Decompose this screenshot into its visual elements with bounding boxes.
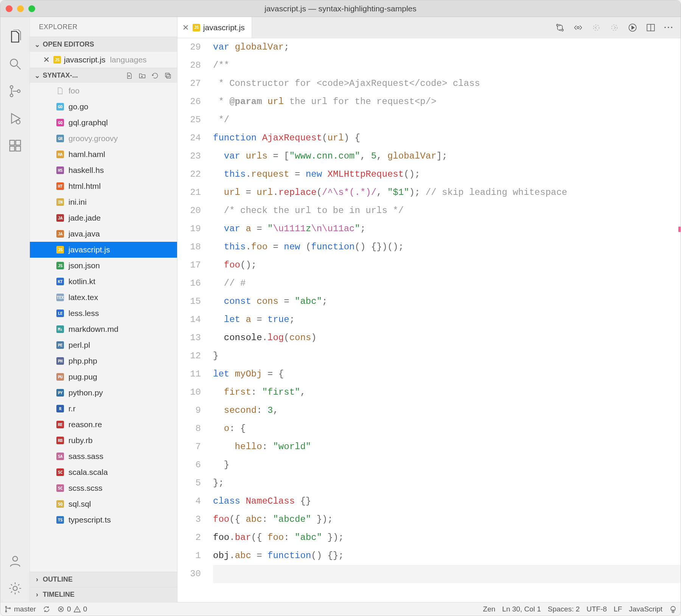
file-item[interactable]: HAhaml.haml — [30, 146, 177, 162]
activity-debug-icon[interactable] — [0, 105, 30, 132]
split-editor-icon[interactable] — [646, 23, 656, 33]
file-item[interactable]: HThtml.html — [30, 178, 177, 194]
haml-icon: HA — [56, 150, 65, 159]
new-folder-icon[interactable] — [137, 72, 148, 79]
file-item[interactable]: INini.ini — [30, 194, 177, 210]
file-tree[interactable]: fooGOgo.goGQgql.graphqlGRgroovy.groovyHA… — [30, 83, 177, 572]
close-icon[interactable]: ✕ — [182, 23, 190, 32]
activity-settings-icon[interactable] — [0, 575, 30, 602]
file-item[interactable]: JAjade.jade — [30, 210, 177, 226]
run-icon[interactable] — [628, 23, 637, 33]
more-icon[interactable]: ··· — [664, 23, 674, 32]
file-item[interactable]: SAsass.sass — [30, 448, 177, 464]
re-icon: RE — [56, 420, 65, 429]
file-item[interactable]: GQgql.graphql — [30, 115, 177, 131]
code-lines[interactable]: var globalVar;/** * Constructor for <cod… — [211, 38, 681, 602]
file-item[interactable]: PHphp.php — [30, 353, 177, 369]
open-editors-header[interactable]: ⌄ OPEN EDITORS — [30, 37, 177, 52]
file-item[interactable]: GRgroovy.groovy — [30, 131, 177, 146]
file-item[interactable]: REreason.re — [30, 417, 177, 432]
file-item[interactable]: LEless.less — [30, 305, 177, 321]
file-item[interactable]: SCscala.scala — [30, 464, 177, 480]
timeline-header[interactable]: › TIMELINE — [30, 587, 177, 602]
tab-javascript[interactable]: ✕ JS javascript.js — [177, 17, 252, 38]
file-item[interactable]: GOgo.go — [30, 99, 177, 115]
run-next-icon[interactable] — [609, 23, 619, 33]
file-item[interactable]: foo — [30, 83, 177, 99]
file-name: json.json — [68, 261, 100, 270]
window-title: javascript.js — syntax-highlighting-samp… — [0, 4, 681, 13]
project-header[interactable]: ⌄ SYNTAX-... — [30, 68, 177, 83]
refresh-icon[interactable] — [150, 72, 160, 79]
file-item[interactable]: M↓markdown.md — [30, 321, 177, 337]
status-position[interactable]: Ln 30, Col 1 — [502, 605, 541, 613]
new-file-icon[interactable] — [124, 72, 135, 79]
open-editors-list: ✕ JS javascript.js languages — [30, 52, 177, 68]
js-icon: JS — [53, 56, 61, 64]
git-compare-icon[interactable] — [555, 23, 565, 33]
file-item[interactable]: PEperl.pl — [30, 337, 177, 353]
html-icon: HT — [56, 182, 65, 191]
file-name: html.html — [68, 182, 101, 191]
status-encoding[interactable]: UTF-8 — [586, 605, 607, 613]
file-name: foo — [68, 86, 79, 95]
timeline-label: TIMELINE — [43, 591, 173, 599]
file-item[interactable]: PUpug.pug — [30, 369, 177, 385]
code-editor[interactable]: 2928272625242322212019181716151413121110… — [177, 38, 681, 602]
chevron-down-icon: ⌄ — [34, 40, 40, 49]
run-prev-icon[interactable] — [591, 23, 601, 33]
status-eol[interactable]: LF — [614, 605, 622, 613]
status-mode[interactable]: Zen — [483, 605, 496, 613]
project-label: SYNTAX-... — [43, 72, 122, 79]
activity-extensions-icon[interactable] — [0, 132, 30, 159]
window-zoom-button[interactable] — [28, 5, 35, 12]
file-item[interactable]: Rr.r — [30, 401, 177, 417]
file-name: jade.jade — [68, 213, 101, 222]
rb-icon: RB — [56, 436, 65, 445]
svg-point-15 — [577, 26, 579, 28]
jade-icon: JA — [56, 213, 65, 222]
r-icon: R — [56, 404, 65, 413]
open-changes-icon[interactable] — [573, 23, 583, 33]
activity-search-icon[interactable] — [0, 50, 30, 78]
file-name: haml.haml — [68, 150, 105, 159]
file-name: javascript.js — [68, 245, 110, 254]
tab-bar: ✕ JS javascript.js ··· — [177, 17, 681, 38]
open-editor-item[interactable]: ✕ JS javascript.js languages — [30, 52, 177, 68]
window-close-button[interactable] — [6, 5, 12, 12]
file-item[interactable]: TStypescript.ts — [30, 512, 177, 528]
file-item[interactable]: SQsql.sql — [30, 496, 177, 512]
status-sync[interactable] — [43, 605, 50, 613]
status-feedback-icon[interactable] — [669, 605, 677, 613]
collapse-all-icon[interactable] — [163, 72, 173, 79]
scss-icon: SC — [56, 484, 65, 493]
status-branch[interactable]: master — [4, 605, 36, 613]
svg-point-3 — [17, 90, 20, 92]
activity-explorer-icon[interactable] — [0, 23, 30, 50]
status-language[interactable]: JavaScript — [629, 605, 662, 613]
svg-rect-8 — [16, 146, 20, 151]
file-item[interactable]: PYpython.py — [30, 385, 177, 401]
file-item[interactable]: JSjavascript.js — [30, 242, 177, 258]
file-item[interactable]: RBruby.rb — [30, 432, 177, 448]
ini-icon: IN — [56, 198, 65, 207]
outline-header[interactable]: › OUTLINE — [30, 572, 177, 587]
file-name: sass.sass — [68, 452, 103, 461]
file-item[interactable]: HShaskell.hs — [30, 162, 177, 178]
status-problems[interactable]: 0 0 — [57, 605, 87, 613]
file-item[interactable]: KTkotlin.kt — [30, 274, 177, 289]
file-item[interactable]: TEXlatex.tex — [30, 289, 177, 305]
file-item[interactable]: JSjson.json — [30, 258, 177, 274]
editor-actions: ··· — [548, 17, 681, 38]
close-icon[interactable]: ✕ — [43, 55, 50, 64]
file-item[interactable]: JAjava.java — [30, 226, 177, 242]
activity-git-icon[interactable] — [0, 78, 30, 105]
svg-point-17 — [612, 25, 617, 30]
activity-account-icon[interactable] — [0, 548, 30, 575]
js-icon: JS — [193, 24, 200, 31]
hs-icon: HS — [56, 166, 65, 175]
window-minimize-button[interactable] — [17, 5, 24, 12]
svg-point-1 — [10, 86, 12, 88]
file-item[interactable]: SCscss.scss — [30, 480, 177, 496]
status-indent[interactable]: Spaces: 2 — [548, 605, 580, 613]
